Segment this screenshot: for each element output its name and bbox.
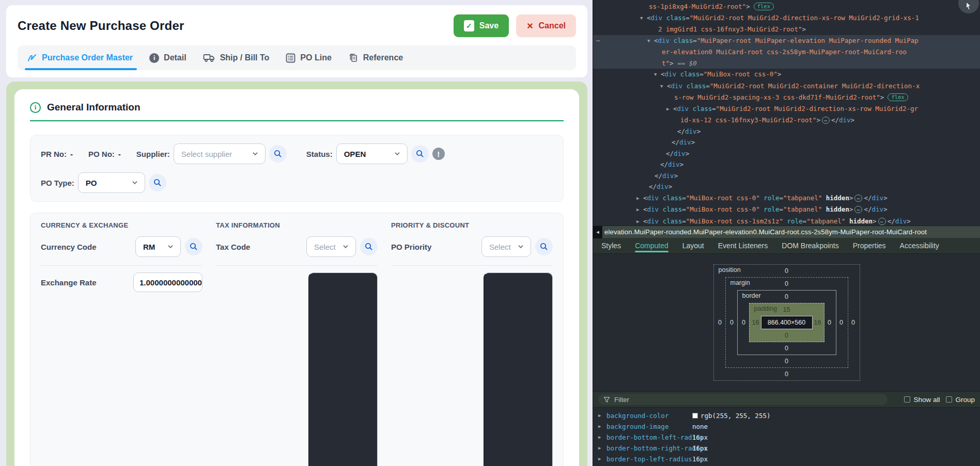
expand-arrow-open-icon[interactable]: ▼: [660, 81, 667, 92]
save-button[interactable]: ✓ Save: [454, 14, 509, 37]
supplier-select[interactable]: Select supplier: [174, 143, 266, 164]
collapsed-content-icon[interactable]: …: [822, 117, 830, 124]
expand-arrow-closed-icon[interactable]: ▶: [598, 443, 606, 454]
column-field-input[interactable]: .0000: [308, 272, 378, 466]
dom-tree-row[interactable]: ▶<div class="MuiBox-root css-0" role="ta…: [593, 192, 980, 204]
column-select[interactable]: Select: [481, 236, 531, 257]
status-select[interactable]: OPEN: [336, 143, 408, 164]
screen: Create New Purchase Order ✓ Save ✕ Cance…: [0, 0, 980, 466]
computed-property-row[interactable]: ▶background-colorrgb(255, 255, 255): [593, 410, 980, 421]
dom-tree-row[interactable]: </div>: [593, 181, 980, 192]
dom-tree-row[interactable]: s-row MuiGrid2-spacing-xs-3 css-dkd71f-M…: [593, 92, 980, 103]
page-title: Create New Purchase Order: [18, 19, 184, 33]
devtools-tab-layout[interactable]: Layout: [682, 238, 704, 253]
padding-left-value: 16: [751, 319, 761, 326]
dom-tree-row[interactable]: er-elevation0 MuiCard-root css-2s58ym-Mu…: [593, 46, 980, 58]
supplier-search-button[interactable]: [269, 145, 287, 163]
computed-filter-bar: Filter Show all Group: [593, 391, 980, 408]
close-icon: ✕: [526, 21, 533, 31]
expand-arrow-closed-icon[interactable]: ▶: [636, 193, 643, 204]
header-actions: ✓ Save ✕ Cancel: [454, 14, 576, 37]
filter-funnel-icon: [603, 396, 610, 403]
tab-po-line[interactable]: PO Line: [286, 45, 331, 70]
column-select[interactable]: Select: [306, 236, 356, 257]
dom-tree-row[interactable]: </div>: [593, 126, 980, 137]
computed-property-row[interactable]: ▶border-bottom-right-radius16px: [593, 443, 980, 454]
padding-bottom-value: 0: [751, 329, 823, 342]
box-model-content-size: 866.400×560: [761, 316, 813, 329]
border-left-value: 0: [739, 319, 749, 326]
dom-tree-row[interactable]: id-xs-12 css-16fnxy3-MuiGrid2-root">…</d…: [593, 115, 980, 126]
tab-detail[interactable]: iDetail: [149, 45, 186, 70]
expand-arrow-open-icon[interactable]: ▼: [654, 69, 661, 81]
tab-purchase-order-master[interactable]: Purchase Order Master: [27, 45, 133, 70]
column-select[interactable]: RM: [135, 236, 181, 257]
cancel-button[interactable]: ✕ Cancel: [516, 14, 576, 37]
devtools-tab-dom-breakpoints[interactable]: DOM Breakpoints: [782, 238, 838, 253]
expand-arrow-closed-icon[interactable]: ▶: [598, 432, 606, 443]
show-all-checkbox[interactable]: [904, 396, 910, 403]
expand-arrow-closed-icon[interactable]: ▶: [666, 104, 673, 115]
po-type-select[interactable]: PO: [78, 172, 145, 193]
dom-tree-row[interactable]: ⋯▼<div class="MuiPaper-root MuiPaper-ele…: [593, 35, 980, 47]
expand-arrow-closed-icon[interactable]: ▶: [636, 204, 643, 216]
margin-bottom-value: 0: [727, 355, 847, 367]
expand-arrow-open-icon[interactable]: ▼: [647, 36, 654, 47]
devtools-tab-event-listeners[interactable]: Event Listeners: [718, 238, 768, 253]
property-value: 16px: [692, 443, 708, 454]
column-field-input[interactable]: .00: [484, 272, 553, 466]
group-checkbox[interactable]: [946, 396, 952, 403]
dom-tree-row[interactable]: 2 imgGird1 css-16fnxy3-MuiGrid2-root">: [593, 24, 980, 35]
box-model-margin-label: margin: [730, 279, 750, 286]
dom-tree-row[interactable]: ▼<div class="MuiGrid2-root MuiGrid2-dire…: [593, 12, 980, 24]
more-actions-icon[interactable]: ⋯: [596, 35, 601, 46]
dom-tree-row[interactable]: t"> == $0: [593, 58, 980, 69]
column-field-input[interactable]: 1.0000000000000: [133, 272, 203, 292]
flex-badge[interactable]: flex: [888, 93, 908, 101]
search-icon: [364, 242, 374, 251]
expand-arrow-open-icon[interactable]: ▼: [640, 13, 647, 24]
po-type-search-button[interactable]: [149, 174, 166, 191]
flex-badge[interactable]: flex: [754, 3, 774, 10]
property-name: background-color: [606, 410, 692, 421]
column-search-button[interactable]: [185, 238, 203, 255]
filter-input[interactable]: Filter: [598, 394, 888, 405]
tab-ship-bill-to[interactable]: Ship / Bill To: [203, 45, 270, 70]
dom-tree-row[interactable]: </div>: [593, 170, 980, 182]
expand-arrow-closed-icon[interactable]: ▶: [598, 454, 606, 464]
collapsed-content-icon[interactable]: …: [854, 195, 862, 202]
color-swatch-icon: [692, 413, 698, 419]
dom-tree-row[interactable]: ▼<div class="MuiBox-root css-0">: [593, 69, 980, 81]
dom-tree-row[interactable]: </div>: [593, 137, 980, 148]
tab-reference[interactable]: Reference: [348, 45, 403, 70]
truck-icon: [203, 53, 215, 62]
computed-property-row[interactable]: ▶border-bottom-left-radius16px: [593, 432, 980, 443]
dom-tree-row[interactable]: ▼<div class="MuiGrid2-root MuiGrid2-cont…: [593, 81, 980, 92]
computed-property-row[interactable]: ▶border-top-left-radius16px: [593, 454, 980, 464]
devtools-tab-computed[interactable]: Computed: [635, 238, 668, 253]
devtools-tab-styles[interactable]: Styles: [601, 238, 621, 253]
expand-arrow-closed-icon[interactable]: ▶: [636, 216, 643, 226]
column-divider: [41, 265, 203, 266]
dom-tree-row[interactable]: ▶<div class="MuiBox-root css-0" role="ta…: [593, 204, 980, 216]
collapsed-content-icon[interactable]: …: [878, 218, 886, 225]
expand-arrow-closed-icon[interactable]: ▶: [598, 410, 606, 421]
status-alert-icon: !: [432, 148, 445, 160]
column-search-button[interactable]: [535, 238, 553, 255]
status-search-button[interactable]: [411, 145, 429, 163]
computed-property-row[interactable]: ▶background-imagenone: [593, 421, 980, 432]
reference-pages-icon: [348, 53, 359, 63]
dom-tree-row[interactable]: ss-1pi8xg4-MuiGrid2-root">flex: [593, 1, 980, 12]
property-value: none: [692, 421, 708, 432]
dom-tree-row[interactable]: ▶<div class="MuiBox-root css-1sm2s1z" ro…: [593, 216, 980, 226]
collapsed-content-icon[interactable]: …: [854, 206, 862, 213]
dom-tree-row[interactable]: ▶<div class="MuiGrid2-root MuiGrid2-dire…: [593, 103, 980, 115]
breadcrumb-back-button[interactable]: ◂: [593, 226, 602, 238]
expand-arrow-closed-icon[interactable]: ▶: [598, 421, 606, 432]
dom-tree-row[interactable]: </div>: [593, 159, 980, 170]
devtools-tab-accessibility[interactable]: Accessibility: [900, 238, 939, 253]
dom-tree-row[interactable]: </div>: [593, 148, 980, 159]
tab-panel: i General Information PR No: - PO No: -: [6, 82, 587, 466]
column-search-button[interactable]: [360, 238, 378, 255]
devtools-tab-properties[interactable]: Properties: [853, 238, 886, 253]
